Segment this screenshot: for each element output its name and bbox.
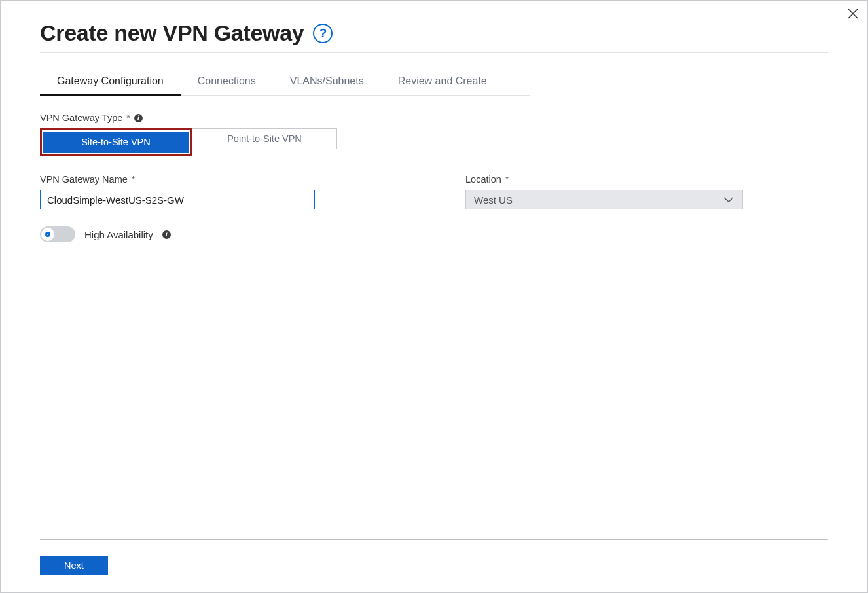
help-icon-glyph: ? xyxy=(319,26,327,41)
page-title: Create new VPN Gateway xyxy=(40,20,304,46)
location-col: Location * West US xyxy=(465,174,743,209)
required-marker: * xyxy=(505,174,509,185)
location-label: Location xyxy=(465,174,501,185)
seg-label: Point-to-Site VPN xyxy=(227,134,302,144)
dialog-content: Create new VPN Gateway ? Gateway Configu… xyxy=(40,20,828,592)
vpn-type-site-to-site[interactable]: Site-to-Site VPN xyxy=(43,132,189,153)
vpn-type-label: VPN Gateway Type xyxy=(40,113,122,123)
ha-toggle[interactable] xyxy=(40,226,75,242)
tab-gateway-configuration[interactable]: Gateway Configuration xyxy=(40,69,181,95)
name-label: VPN Gateway Name xyxy=(40,174,128,185)
ha-row: High Availability xyxy=(40,226,828,242)
toggle-knob xyxy=(41,228,54,241)
next-button-label: Next xyxy=(64,560,84,571)
vpn-type-segmented: Site-to-Site VPN Point-to-Site VPN xyxy=(40,128,828,156)
tab-label: Gateway Configuration xyxy=(57,75,164,86)
footer-divider xyxy=(40,539,828,540)
tab-label: VLANs/Subnets xyxy=(290,75,364,86)
vpn-type-point-to-site[interactable]: Point-to-Site VPN xyxy=(192,128,337,149)
title-divider xyxy=(40,52,828,53)
tab-label: Connections xyxy=(198,75,256,86)
location-label-row: Location * xyxy=(465,174,743,185)
wizard-tabs: Gateway Configuration Connections VLANs/… xyxy=(40,69,530,96)
name-location-row: VPN Gateway Name * Location * West US xyxy=(40,174,828,209)
location-select[interactable]: West US xyxy=(465,190,743,209)
tab-vlans-subnets[interactable]: VLANs/Subnets xyxy=(273,69,381,95)
location-value: West US xyxy=(474,194,513,206)
title-row: Create new VPN Gateway ? xyxy=(40,20,828,46)
info-icon[interactable] xyxy=(162,230,171,239)
chevron-down-icon xyxy=(723,196,734,204)
dialog-panel: Create new VPN Gateway ? Gateway Configu… xyxy=(0,0,868,593)
vpn-gateway-name-input[interactable] xyxy=(40,190,315,209)
form-body: VPN Gateway Type * Site-to-Site VPN Poin… xyxy=(40,113,828,242)
highlight-box: Site-to-Site VPN xyxy=(40,128,192,156)
tab-label: Review and Create xyxy=(398,75,487,86)
vpn-type-label-row: VPN Gateway Type * xyxy=(40,113,828,123)
footer: Next xyxy=(40,539,828,592)
tab-review-and-create[interactable]: Review and Create xyxy=(381,69,504,95)
help-icon[interactable]: ? xyxy=(313,24,333,43)
ha-label: High Availability xyxy=(84,229,153,240)
required-marker: * xyxy=(132,174,136,185)
close-button[interactable] xyxy=(844,5,862,23)
seg-label: Site-to-Site VPN xyxy=(81,137,151,147)
tab-connections[interactable]: Connections xyxy=(181,69,273,95)
name-label-row: VPN Gateway Name * xyxy=(40,174,315,185)
info-icon[interactable] xyxy=(134,114,143,122)
next-button[interactable]: Next xyxy=(40,556,108,575)
name-col: VPN Gateway Name * xyxy=(40,174,315,209)
required-marker: * xyxy=(126,113,130,123)
